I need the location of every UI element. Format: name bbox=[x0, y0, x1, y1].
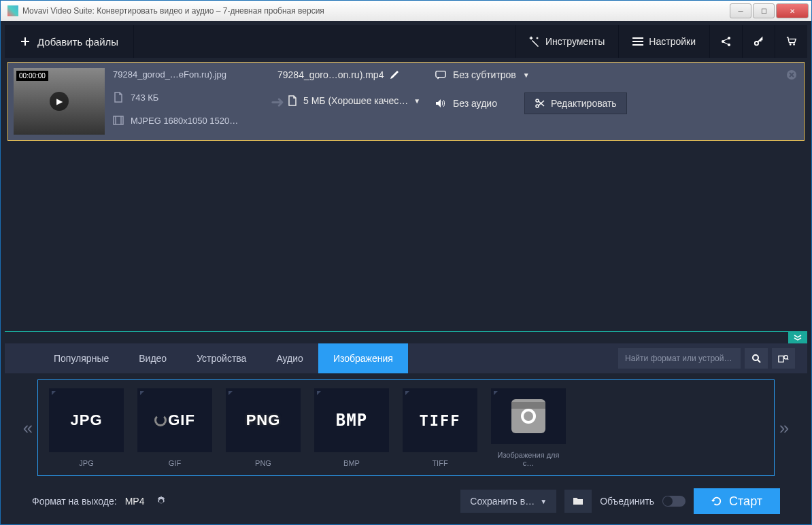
gear-icon[interactable] bbox=[156, 496, 167, 507]
instagram-icon bbox=[511, 399, 545, 433]
cart-button[interactable] bbox=[775, 25, 807, 58]
add-files-button[interactable]: Добавить файлы bbox=[5, 25, 134, 58]
tab-devices[interactable]: Устройства bbox=[182, 343, 261, 373]
format-png[interactable]: PNG PNG bbox=[226, 388, 301, 467]
refresh-icon bbox=[711, 496, 722, 507]
svg-point-5 bbox=[728, 44, 730, 46]
speaker-icon bbox=[435, 98, 446, 109]
chevron-down-icon: ▼ bbox=[540, 498, 547, 505]
tools-button[interactable]: Инструменты bbox=[515, 25, 618, 58]
merge-toggle[interactable] bbox=[662, 496, 686, 507]
plus-icon bbox=[20, 36, 31, 47]
tab-video[interactable]: Видео bbox=[124, 343, 182, 373]
key-icon bbox=[754, 36, 764, 47]
search-icon bbox=[751, 353, 762, 364]
start-button[interactable]: Старт bbox=[694, 488, 780, 514]
search-input[interactable]: Найти формат или устрой… bbox=[618, 348, 741, 369]
scroll-right-button[interactable]: » bbox=[775, 418, 794, 439]
bmp-caption: BMP bbox=[343, 459, 360, 467]
save-to-dropdown[interactable]: Сохранить в… ▼ bbox=[460, 490, 556, 513]
file-codec: MJPEG 1680x1050 1520… bbox=[131, 116, 238, 126]
png-caption: PNG bbox=[255, 459, 271, 467]
file-name: 79284_gorod_…eFon.ru).jpg bbox=[113, 69, 269, 80]
collapse-panel-button[interactable] bbox=[788, 332, 807, 344]
tab-images[interactable]: Изображения bbox=[318, 343, 408, 373]
timestamp-badge: 00:00:00 bbox=[16, 71, 48, 81]
format-tiff[interactable]: TIFF TIFF bbox=[403, 388, 477, 467]
tiff-caption: TIFF bbox=[432, 459, 447, 467]
output-format-label: Формат на выходе: bbox=[32, 496, 117, 507]
svg-rect-1 bbox=[632, 41, 643, 42]
pencil-icon[interactable] bbox=[389, 69, 400, 80]
svg-rect-2 bbox=[632, 44, 643, 46]
instagram-caption: Изображения для с… bbox=[491, 451, 566, 467]
minimize-button[interactable]: ─ bbox=[730, 3, 751, 18]
png-label: PNG bbox=[246, 411, 281, 429]
gif-label: GIF bbox=[168, 411, 195, 429]
merge-label: Объединить bbox=[600, 496, 654, 507]
detect-device-button[interactable] bbox=[772, 348, 795, 369]
start-label: Старт bbox=[729, 494, 762, 509]
cart-icon bbox=[786, 36, 797, 47]
magic-wand-icon bbox=[529, 36, 540, 47]
activate-button[interactable] bbox=[742, 25, 775, 58]
file-size: 743 КБ bbox=[131, 92, 158, 103]
jpg-label: JPG bbox=[70, 411, 102, 429]
share-button[interactable] bbox=[709, 25, 742, 58]
jpg-caption: JPG bbox=[79, 459, 93, 467]
audio-label: Без аудио bbox=[453, 98, 497, 109]
add-files-label: Добавить файлы bbox=[37, 36, 118, 48]
settings-label: Настройки bbox=[649, 36, 696, 47]
svg-rect-10 bbox=[436, 71, 445, 78]
svg-point-11 bbox=[536, 99, 539, 102]
folder-icon bbox=[573, 496, 583, 507]
close-window-button[interactable]: ✕ bbox=[776, 3, 809, 18]
subtitles-dropdown[interactable]: Без субтитров bbox=[453, 69, 516, 80]
share-icon bbox=[721, 36, 732, 47]
format-bmp[interactable]: BMP BMP bbox=[314, 388, 389, 467]
document-icon bbox=[287, 95, 298, 106]
format-tabs: Популярные Видео Устройства Аудио Изобра… bbox=[5, 343, 807, 373]
subtitles-icon bbox=[435, 69, 446, 80]
output-name: 79284_goro…on.ru).mp4 bbox=[277, 69, 384, 80]
format-gif[interactable]: GIF GIF bbox=[137, 388, 212, 467]
settings-button[interactable]: Настройки bbox=[618, 25, 709, 58]
svg-rect-9 bbox=[114, 116, 123, 124]
tools-label: Инструменты bbox=[545, 36, 605, 47]
tab-audio[interactable]: Аудио bbox=[261, 343, 318, 373]
save-label: Сохранить в… bbox=[470, 496, 535, 507]
scroll-left-button[interactable]: « bbox=[18, 418, 37, 439]
window-titlebar: Movavi Video Suite: Конвертировать видео… bbox=[1, 1, 811, 21]
browse-folder-button[interactable] bbox=[564, 490, 592, 513]
format-instagram[interactable]: Изображения для с… bbox=[491, 388, 566, 467]
file-item[interactable]: 00:00:00 ▶ 79284_gorod_…eFon.ru).jpg 743… bbox=[7, 62, 805, 141]
remove-file-button[interactable] bbox=[786, 69, 797, 80]
format-jpg[interactable]: JPG JPG bbox=[49, 388, 124, 467]
output-size-dropdown[interactable]: 5 МБ (Хорошее качес… bbox=[303, 95, 408, 106]
topbar: Добавить файлы Инструменты Настройки bbox=[5, 25, 807, 58]
edit-button[interactable]: Редактировать bbox=[524, 92, 627, 114]
svg-point-7 bbox=[789, 44, 791, 46]
tab-popular[interactable]: Популярные bbox=[39, 343, 124, 373]
maximize-button[interactable]: ☐ bbox=[753, 3, 775, 18]
file-thumbnail[interactable]: 00:00:00 ▶ bbox=[14, 68, 105, 135]
svg-point-8 bbox=[793, 44, 795, 46]
svg-point-14 bbox=[753, 355, 758, 360]
output-format-value: MP4 bbox=[125, 496, 145, 507]
arrow-right-icon: ➜ bbox=[271, 92, 284, 112]
svg-rect-15 bbox=[779, 356, 783, 362]
chevron-down-icon: ▼ bbox=[523, 71, 530, 79]
hamburger-icon bbox=[632, 36, 643, 47]
search-button[interactable] bbox=[745, 348, 768, 369]
gif-caption: GIF bbox=[169, 459, 181, 467]
play-icon: ▶ bbox=[50, 92, 69, 111]
chevron-down-icon: ▼ bbox=[413, 97, 420, 105]
file-drop-area[interactable] bbox=[5, 143, 807, 331]
svg-point-4 bbox=[728, 37, 730, 39]
device-detect-icon bbox=[778, 353, 789, 364]
video-info-icon bbox=[113, 115, 124, 126]
tiff-label: TIFF bbox=[420, 412, 461, 429]
edit-label: Редактировать bbox=[551, 98, 617, 109]
document-icon bbox=[113, 92, 124, 103]
window-title: Movavi Video Suite: Конвертировать видео… bbox=[22, 6, 728, 16]
